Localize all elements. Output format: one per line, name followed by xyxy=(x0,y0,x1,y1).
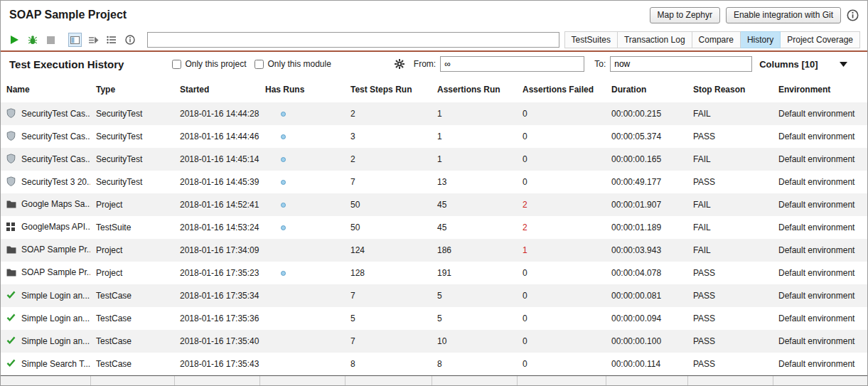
row-duration: 00:00:05.374 xyxy=(606,125,687,148)
table-row[interactable]: Simple Login an...TestCase2018-01-16 17:… xyxy=(1,330,868,353)
row-type: TestCase xyxy=(90,353,174,375)
column-header-type[interactable]: Type xyxy=(90,76,174,102)
from-input[interactable] xyxy=(440,56,584,72)
column-header-test-steps-run[interactable]: Test Steps Run xyxy=(345,76,432,102)
row-environment: Default environment xyxy=(773,307,868,330)
only-this-project-checkbox-input[interactable] xyxy=(172,60,181,69)
gear-icon[interactable] xyxy=(394,58,405,70)
row-has-runs xyxy=(259,148,345,171)
row-stop-reason: PASS xyxy=(687,307,773,330)
folder-icon xyxy=(6,245,18,256)
testsuite-icon xyxy=(6,223,18,233)
toolbar-search-input[interactable] xyxy=(147,32,559,48)
row-name: SecurityTest Cas... xyxy=(21,154,90,163)
section-title: Test Execution History xyxy=(9,58,124,70)
report-list-icon[interactable] xyxy=(105,33,119,47)
table-row[interactable]: Simple Search T...TestCase2018-01-16 17:… xyxy=(1,353,868,375)
column-header-stop-reason[interactable]: Stop Reason xyxy=(687,76,773,102)
folder-icon xyxy=(6,200,18,210)
tab-transaction-log[interactable]: Transaction Log xyxy=(618,31,692,48)
folder-icon xyxy=(6,268,18,279)
chevron-down-icon[interactable] xyxy=(840,62,847,67)
table-row[interactable]: GoogleMaps API...TestSuite2018-01-16 14:… xyxy=(1,216,868,239)
table-row[interactable]: SecurityTest Cas...SecurityTest2018-01-1… xyxy=(1,102,868,125)
only-this-project-checkbox[interactable]: Only this project xyxy=(172,59,246,69)
row-has-runs xyxy=(259,262,345,284)
row-test-steps-run: 2 xyxy=(345,102,432,125)
panel-toggle-icon[interactable] xyxy=(68,33,82,47)
column-header-has-runs[interactable]: Has Runs xyxy=(259,76,345,102)
filter-bar: Test Execution History Only this project… xyxy=(1,52,867,76)
row-duration: 00:00:00.094 xyxy=(606,307,687,330)
row-assertions-run: 8 xyxy=(432,353,517,375)
enable-git-integration-button[interactable]: Enable integration with Git xyxy=(726,7,841,23)
row-name-cell: SecurityTest Cas... xyxy=(1,148,90,171)
tab-compare[interactable]: Compare xyxy=(692,31,741,48)
only-this-module-label: Only this module xyxy=(267,59,331,69)
table-row[interactable]: SecurityTest Cas...SecurityTest2018-01-1… xyxy=(1,125,868,148)
stop-icon[interactable] xyxy=(44,33,58,47)
table-row[interactable]: SecurityTest Cas...SecurityTest2018-01-1… xyxy=(1,148,868,171)
has-runs-dot-icon xyxy=(281,203,286,208)
row-duration: 00:00:00.215 xyxy=(606,102,687,125)
has-runs-dot-icon xyxy=(281,134,286,139)
row-has-runs xyxy=(259,193,345,216)
row-duration: 00:00:01.189 xyxy=(606,216,687,239)
row-type: Project xyxy=(90,193,174,216)
row-started: 2018-01-16 17:35:23 xyxy=(174,262,259,284)
has-runs-dot-icon xyxy=(281,225,286,230)
column-header-duration[interactable]: Duration xyxy=(606,76,687,102)
table-row[interactable]: SOAP Sample Pr...Project2018-01-16 17:34… xyxy=(1,239,868,262)
toolbar-info-icon[interactable] xyxy=(123,33,136,47)
table-row[interactable]: Google Maps Sa...Project2018-01-16 14:52… xyxy=(1,193,868,216)
debug-bug-icon[interactable] xyxy=(26,33,40,47)
table-row[interactable]: Simple Login an...TestCase2018-01-16 17:… xyxy=(1,307,868,330)
execution-history-table: Name Type Started Has Runs Test Steps Ru… xyxy=(1,76,868,375)
tab-history[interactable]: History xyxy=(741,31,781,48)
tab-project-coverage[interactable]: Project Coverage xyxy=(781,31,860,48)
column-header-assertions-run[interactable]: Assertions Run xyxy=(432,76,517,102)
info-icon[interactable] xyxy=(847,9,859,21)
to-input[interactable] xyxy=(610,56,752,72)
row-stop-reason: PASS xyxy=(687,171,773,193)
table-row[interactable]: SOAP Sample Pr...Project2018-01-16 17:35… xyxy=(1,262,868,284)
column-header-assertions-failed[interactable]: Assertions Failed xyxy=(517,76,606,102)
row-assertions-failed: 2 xyxy=(517,193,606,216)
row-type: TestCase xyxy=(90,330,174,353)
row-assertions-run: 45 xyxy=(432,193,517,216)
row-environment: Default environment xyxy=(773,239,868,262)
row-assertions-failed: 0 xyxy=(517,102,606,125)
row-test-steps-run: 5 xyxy=(345,307,432,330)
columns-selector-label[interactable]: Columns [10] xyxy=(759,59,818,70)
testcase-check-icon xyxy=(6,291,18,301)
row-assertions-run: 5 xyxy=(432,307,517,330)
row-environment: Default environment xyxy=(773,353,868,375)
row-duration: 00:00:00.165 xyxy=(606,148,687,171)
row-assertions-failed: 0 xyxy=(517,330,606,353)
row-environment: Default environment xyxy=(773,125,868,148)
row-duration: 00:00:04.078 xyxy=(606,262,687,284)
row-name-cell: Simple Search T... xyxy=(1,353,90,375)
column-header-name[interactable]: Name xyxy=(1,76,90,102)
row-assertions-run: 191 xyxy=(432,262,517,284)
table-row[interactable]: SecurityTest 3 20...SecurityTest2018-01-… xyxy=(1,171,868,193)
row-started: 2018-01-16 17:35:36 xyxy=(174,307,259,330)
tab-testsuites[interactable]: TestSuites xyxy=(564,31,618,48)
column-header-started[interactable]: Started xyxy=(174,76,259,102)
row-stop-reason: FAIL xyxy=(687,193,773,216)
only-this-module-checkbox-input[interactable] xyxy=(254,60,264,69)
row-stop-reason: PASS xyxy=(687,353,773,375)
shield-icon xyxy=(6,131,18,143)
forward-arrow-icon[interactable] xyxy=(87,33,100,47)
has-runs-dot-icon xyxy=(281,157,286,162)
row-name: Simple Login an... xyxy=(21,313,90,323)
row-has-runs xyxy=(259,239,345,262)
column-header-environment[interactable]: Environment xyxy=(773,76,868,102)
map-to-zephyr-button[interactable]: Map to Zephyr xyxy=(650,7,720,23)
only-this-module-checkbox[interactable]: Only this module xyxy=(254,59,331,69)
row-type: Project xyxy=(90,262,174,284)
row-started: 2018-01-16 17:35:34 xyxy=(174,284,259,307)
table-row[interactable]: Simple Login an...TestCase2018-01-16 17:… xyxy=(1,284,868,307)
row-assertions-run: 1 xyxy=(432,102,517,125)
run-play-icon[interactable] xyxy=(8,33,21,47)
